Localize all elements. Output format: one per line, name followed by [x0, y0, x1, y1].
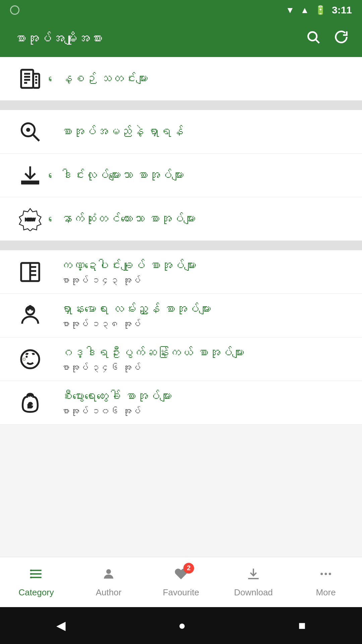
svg-point-39 [30, 576, 32, 578]
list-item-category-books[interactable]: ကဏ္ဍပေါင်းချုပ် စာအုပ်များ စာအုပ် ၁၄၃ အု… [0, 250, 362, 294]
book-half-icon [13, 255, 47, 289]
funny-books-text: ဂဒ္ဒါရဦးပွက်ဆန်းကြယ် စာအုပ်များ စာအုပ် ၃… [60, 345, 244, 374]
svg-text:£: £ [28, 401, 32, 409]
status-left [10, 5, 19, 15]
news-title: နေ့စဉ် သတင်းများ [60, 71, 148, 87]
new-badge-icon: NEW [13, 202, 47, 236]
favourite-badge-wrapper: 2 [174, 567, 188, 584]
person-icon [102, 567, 116, 584]
wifi-icon: ▼ [286, 5, 294, 15]
new-books-text: နောက်ဆုံးတင်ထားသော စာအုပ်များ [60, 211, 196, 227]
battery-icon: 🔋 [315, 5, 326, 15]
nav-item-category[interactable]: Category [0, 557, 72, 607]
nav-label-download: Download [234, 587, 273, 598]
search-magnify-icon [13, 115, 47, 149]
signal-icon: ▲ [300, 5, 309, 15]
menu-list: နေ့စဉ် သတင်းများ စာအုပ်အမည်နဲ့ ရှာရန် [0, 57, 362, 425]
svg-line-1 [316, 40, 319, 43]
svg-rect-2 [21, 70, 33, 88]
list-item-new-books[interactable]: NEW နောက်ဆုံးတင်ထားသော စာအုပ်များ [0, 197, 362, 241]
nav-label-favourite: Favourite [163, 587, 199, 598]
doctor-books-text: ရှာနးမာရေး လမ်းညွှန် စာအုပ်များ စာအုပ် ၁… [60, 301, 211, 330]
list-item-funny-books[interactable]: ဂဒ္ဒါရဦးပွက်ဆန်းကြယ် စာအုပ်များ စာအုပ် ၃… [0, 337, 362, 381]
svg-point-32 [23, 358, 25, 360]
favourite-badge: 2 [183, 563, 194, 574]
nav-label-more: More [316, 587, 336, 598]
svg-point-31 [26, 356, 28, 358]
svg-point-44 [325, 573, 327, 575]
nav-item-download[interactable]: Download [217, 557, 290, 607]
status-bar: ▼ ▲ 🔋 3:11 [0, 0, 362, 20]
search-title: စာအုပ်အမည်နဲ့ ရှာရန် [60, 124, 183, 140]
money-bag-icon: £ [13, 386, 47, 420]
newspaper-icon [13, 62, 47, 96]
downloaded-text: ဒေါင်းလုပ်များသော စာအုပ်များ [60, 167, 184, 183]
status-time: 3:11 [332, 4, 352, 16]
svg-point-37 [30, 569, 32, 571]
svg-point-0 [308, 32, 317, 41]
money-books-subtitle: စာအုပ် ၁၀၆ အုပ် [60, 406, 172, 417]
nav-item-author[interactable]: Author [72, 557, 145, 607]
funny-books-title: ဂဒ္ဒါရဦးပွက်ဆန်းကြယ် စာအုပ်များ [60, 345, 244, 361]
category-books-title: ကဏ္ဍပေါင်းချုပ် စာအုပ်များ [60, 258, 196, 273]
doctor-icon [13, 299, 47, 332]
funny-books-subtitle: စာအုပ် ၃၄၆ အုပ် [60, 362, 244, 373]
svg-point-13 [26, 128, 30, 132]
refresh-icon[interactable] [334, 30, 349, 48]
nav-label-category: Category [18, 587, 54, 598]
svg-line-12 [33, 135, 39, 141]
new-books-title: နောက်ဆုံးတင်ထားသော စာအုပ်များ [60, 211, 196, 227]
status-right: ▼ ▲ 🔋 3:11 [286, 4, 352, 16]
downloaded-title: ဒေါင်းလုပ်များသော စာအုပ်များ [60, 167, 184, 183]
home-button[interactable]: ● [178, 619, 186, 633]
list-item-downloaded[interactable]: ဒေါင်းလုပ်များသော စာအုပ်များ [0, 154, 362, 197]
nav-label-author: Author [96, 587, 122, 598]
svg-point-26 [29, 305, 32, 308]
status-circle-icon [10, 5, 19, 15]
bottom-nav: Category Author 2 Favourite [0, 557, 362, 607]
svg-text:NEW: NEW [25, 217, 36, 222]
header-actions [306, 30, 349, 48]
money-books-title: စီးပွားရေးတွေးခေါ် စာအုပ်များ [60, 388, 172, 404]
doctor-books-title: ရှာနးမာရေး လမ်းညွှန် စာအုပ်များ [60, 301, 211, 317]
svg-point-40 [106, 569, 111, 574]
money-books-text: စီးပွားရေးတွေးခေါ် စာအုပ်များ စာအုပ် ၁၀၆… [60, 388, 172, 417]
header-title: စာအုပ်အမျိုးအစား [13, 32, 103, 46]
dots-icon [319, 567, 333, 584]
svg-point-38 [30, 573, 32, 575]
recent-button[interactable]: ■ [298, 619, 306, 633]
svg-point-43 [320, 573, 323, 575]
system-nav: ◀ ● ■ [0, 607, 362, 644]
search-text: စာအုပ်အမည်နဲ့ ရှာရန် [60, 124, 183, 140]
list-icon [29, 567, 43, 584]
section-divider-2 [0, 241, 362, 250]
back-button[interactable]: ◀ [56, 619, 66, 633]
face-funny-icon [13, 342, 47, 376]
category-books-text: ကဏ္ဍပေါင်းချုပ် စာအုပ်များ စာအုပ် ၁၄၃ အု… [60, 258, 196, 286]
news-text: နေ့စဉ် သတင်းများ [60, 71, 148, 87]
search-icon[interactable] [306, 30, 320, 48]
doctor-books-subtitle: စာအုပ် ၁၃၈ အုပ် [60, 319, 211, 330]
category-books-subtitle: စာအုပ် ၁၄၃ အုပ် [60, 275, 196, 286]
nav-item-favourite[interactable]: 2 Favourite [145, 557, 217, 607]
svg-point-45 [329, 573, 331, 575]
download-tray-icon [13, 159, 47, 192]
app-header: စာအုပ်အမျိုးအစား [0, 20, 362, 57]
download-arrow-icon [246, 567, 260, 584]
section-divider-1 [0, 101, 362, 110]
nav-item-more[interactable]: More [290, 557, 362, 607]
list-item-money-books[interactable]: £ စီးပွားရေးတွေးခေါ် စာအုပ်များ စာအုပ် ၁… [0, 381, 362, 425]
list-item-news[interactable]: နေ့စဉ် သတင်းများ [0, 57, 362, 101]
list-item-search[interactable]: စာအုပ်အမည်နဲ့ ရှာရန် [0, 110, 362, 154]
list-item-doctor-books[interactable]: ရှာနးမာရေး လမ်းညွှန် စာအုပ်များ စာအုပ် ၁… [0, 294, 362, 337]
